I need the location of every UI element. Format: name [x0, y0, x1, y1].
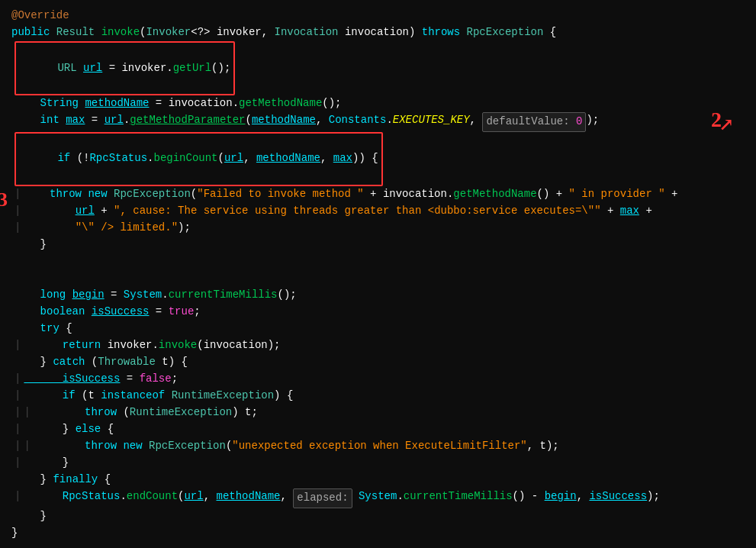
line-issuccess: boolean isSuccess = true; [11, 304, 745, 321]
type-long: long [14, 287, 72, 304]
comma1: , [316, 112, 329, 129]
type-boolean: boolean [14, 304, 92, 321]
arg-t: , t); [527, 438, 559, 455]
keyword-return: return [24, 337, 107, 354]
pipe-catch3: | [14, 405, 21, 421]
var-issuccess: isSuccess [92, 304, 150, 321]
brace-close-try: } [14, 354, 53, 371]
line-else: | } else { [11, 421, 745, 438]
arg-url: url [224, 152, 243, 164]
line-issuccess-false: | isSuccess = false; [11, 371, 745, 388]
call4: (); [278, 287, 297, 304]
assign2: = invocation. [149, 95, 239, 112]
line-throw-rpc: | | throw new RpcException("unexpected e… [11, 438, 745, 455]
keyword-throws: throws [422, 24, 467, 41]
arg-methodname3: methodName [217, 488, 281, 505]
type-rpcexception3: RpcException [149, 438, 226, 455]
type-runtimeexception: RuntimeException [172, 388, 274, 405]
line-close-finally: } [11, 508, 745, 525]
pipe-2: | [14, 203, 21, 220]
dot2: . [386, 112, 392, 129]
comma5: , [204, 488, 217, 505]
pipe-catch4: | [24, 405, 30, 421]
string-cause: ", cause: The service using threads grea… [114, 203, 601, 220]
assign3: = [85, 112, 104, 129]
method-begincount: beginCount [153, 152, 217, 164]
line-empty1 [11, 253, 745, 270]
keyword-if: if [57, 152, 76, 164]
value-false: false [140, 371, 172, 388]
assign-false: = [120, 371, 139, 388]
value-zero: 0 [570, 115, 583, 127]
string-unexpected: "unexpected exception when ExecuteLimitF… [232, 438, 526, 455]
pipe-catch7: | [24, 438, 30, 455]
concat4: + [601, 203, 620, 220]
brace-close-catch: } [14, 472, 53, 488]
pipe-finally: | [14, 488, 21, 505]
arg-max: max [333, 152, 352, 164]
call2: (); [322, 95, 341, 112]
line-finally: } finally { [11, 472, 745, 488]
keyword-public: public [11, 24, 56, 41]
var-max: max [66, 112, 85, 129]
comma4: , [320, 152, 333, 164]
brace-close-if2: } [24, 421, 75, 438]
line-throw-failed: 3 | throw new RpcException("Failed to in… [11, 186, 745, 203]
line-if-instanceof: | if (t instanceof RuntimeException) { [11, 388, 745, 405]
method-getmethodname2: getMethodName [453, 186, 536, 203]
concat5: + [639, 203, 652, 220]
rpcstatus-ref2: RpcStatus [24, 488, 120, 505]
close-endcount: ); [647, 488, 660, 505]
constants-ref: Constants [329, 112, 387, 129]
invoker-ref: invoker. [121, 62, 172, 74]
paren-if: (! [77, 152, 90, 164]
type-rpcexception2: RpcException [114, 186, 191, 203]
type-runtimeexception2: RuntimeException [130, 405, 232, 421]
brace-close-if: } [14, 237, 47, 253]
pipe-try: | [14, 337, 21, 354]
line-url-decl: URL url = invoker.getUrl(); [11, 41, 745, 95]
keyword-throw2: throw [34, 405, 124, 421]
invoker-ref2: invoker. [108, 337, 159, 354]
paren-rpc: ( [226, 438, 232, 455]
call3: () + [537, 186, 569, 203]
line-annotation: @Override [11, 8, 745, 24]
arg-methodname2: methodName [256, 152, 320, 164]
line-catch: } catch (Throwable t) { [11, 354, 745, 371]
dot5: . [120, 488, 126, 505]
string-inprovider: " in provider " [569, 186, 665, 203]
method-ctm: currentTimeMillis [169, 287, 278, 304]
string-limited: "\" /> limited." [76, 220, 178, 237]
arg-methodname: methodName [252, 112, 316, 129]
comma2: , [470, 112, 483, 129]
line-return-invoke: | return invoker.invoke(invocation); [11, 337, 745, 354]
if-condition-box: if (!RpcStatus.beginCount(url, methodNam… [14, 132, 383, 186]
brace-else: { [108, 421, 114, 438]
url-ref: url [105, 112, 124, 129]
calc-begin: () - [513, 488, 545, 505]
call-parens: (); [211, 62, 230, 74]
param-t: t) { [156, 354, 188, 371]
arg-url2: url [184, 488, 203, 505]
dot6: . [397, 488, 403, 505]
url-declaration-box: URL url = invoker.getUrl(); [14, 41, 235, 95]
line-endcount: | RpcStatus.endCount(url, methodName, el… [11, 488, 745, 508]
method-getmethodname: getMethodName [239, 95, 322, 112]
pipe-3: | [14, 220, 21, 237]
line-max-decl: int max = url.getMethodParameter(methodN… [11, 112, 745, 132]
comma3: , [243, 152, 256, 164]
brace-try: { [66, 321, 72, 337]
var-methodname: methodName [85, 95, 149, 112]
line-empty2 [11, 270, 745, 287]
override-annotation: @Override [11, 8, 69, 24]
brace-finally: { [105, 472, 111, 488]
paren1: ( [246, 112, 252, 129]
keyword-new: new [88, 186, 114, 203]
type-rpcexception: RpcException [467, 24, 544, 41]
pipe-catch5: | [14, 421, 21, 438]
comma6: , [281, 488, 294, 505]
brace-open: { [543, 24, 556, 41]
type-int: int [14, 112, 66, 129]
var-url: url [83, 62, 102, 74]
spaces2 [24, 203, 75, 220]
